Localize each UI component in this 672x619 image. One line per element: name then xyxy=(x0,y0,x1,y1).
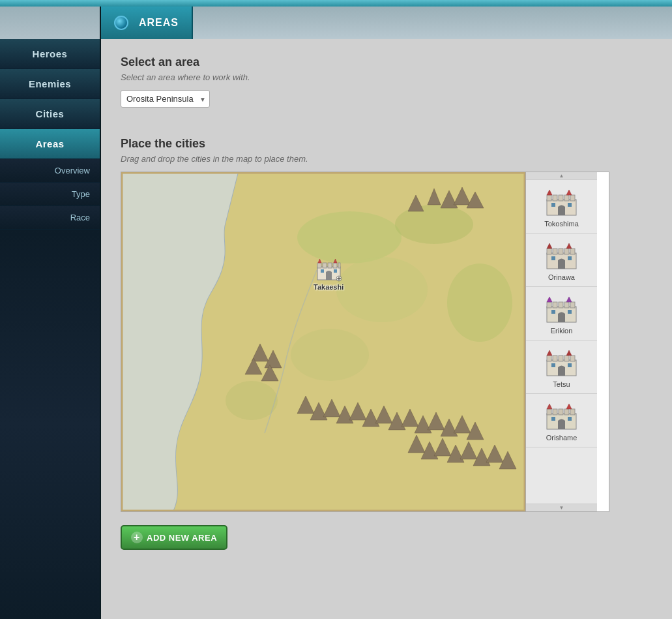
select-area-section: Select an area Select an area where to w… xyxy=(121,55,652,124)
scroll-down-indicator[interactable]: ▼ xyxy=(526,504,597,511)
svg-marker-59 xyxy=(566,190,572,195)
svg-rect-96 xyxy=(564,409,569,415)
list-item-erikion[interactable]: Erikion xyxy=(526,287,597,340)
svg-rect-67 xyxy=(570,249,575,254)
add-area-button[interactable]: + ADD NEW AREA xyxy=(121,525,227,550)
svg-rect-75 xyxy=(559,302,563,308)
svg-rect-76 xyxy=(564,302,569,308)
sidebar-item-heroes[interactable]: Heroes xyxy=(0,39,100,69)
svg-rect-70 xyxy=(551,256,555,260)
areas-tab[interactable]: AREAS xyxy=(101,7,193,39)
sidebar-item-areas[interactable]: Areas xyxy=(0,129,100,159)
svg-point-4 xyxy=(336,257,428,322)
svg-rect-101 xyxy=(568,417,572,421)
svg-rect-86 xyxy=(564,355,569,361)
svg-rect-57 xyxy=(570,195,575,201)
sidebar: Heroes Enemies Cities Areas Overview Typ… xyxy=(0,7,101,619)
sidebar-item-enemies[interactable]: Enemies xyxy=(0,69,100,99)
svg-rect-71 xyxy=(568,256,572,260)
svg-rect-40 xyxy=(317,263,321,268)
orishame-thumb xyxy=(544,399,579,432)
svg-rect-80 xyxy=(551,310,555,314)
svg-marker-89 xyxy=(566,350,572,355)
svg-rect-42 xyxy=(328,263,332,268)
svg-marker-46 xyxy=(334,259,337,263)
erikion-thumb xyxy=(544,292,579,325)
scroll-up-indicator[interactable]: ▲ xyxy=(526,172,597,180)
svg-rect-47 xyxy=(321,269,324,273)
list-item-tokoshima[interactable]: Tokoshima xyxy=(526,180,597,234)
svg-marker-88 xyxy=(547,350,552,355)
svg-rect-73 xyxy=(547,302,551,308)
orinawa-label: Orinawa xyxy=(548,273,575,281)
svg-point-6 xyxy=(226,381,278,420)
takaeshi-icon xyxy=(314,254,343,283)
map-area[interactable]: Takaeshi xyxy=(121,172,525,511)
svg-rect-94 xyxy=(553,409,557,415)
select-area-title: Select an area xyxy=(121,55,652,69)
svg-marker-69 xyxy=(566,243,572,249)
globe-icon xyxy=(114,16,128,30)
erikion-label: Erikion xyxy=(551,327,573,335)
tetsu-label: Tetsu xyxy=(553,380,570,388)
svg-rect-83 xyxy=(547,355,551,361)
list-item-tetsu[interactable]: Tetsu xyxy=(526,340,597,394)
sidebar-subitem-type[interactable]: Type xyxy=(0,183,100,206)
tokoshima-thumb xyxy=(544,185,579,218)
svg-rect-43 xyxy=(333,263,337,268)
svg-rect-100 xyxy=(551,417,555,421)
place-cities-section: Place the cities Drag and drop the citie… xyxy=(121,137,652,550)
content-area: Select an area Select an area where to w… xyxy=(101,39,672,619)
svg-rect-48 xyxy=(334,269,337,273)
svg-point-3 xyxy=(447,264,512,342)
svg-rect-81 xyxy=(568,310,572,314)
svg-marker-99 xyxy=(566,404,572,409)
svg-rect-61 xyxy=(568,203,572,207)
svg-rect-65 xyxy=(559,249,563,254)
orinawa-thumb xyxy=(544,239,579,271)
svg-rect-55 xyxy=(559,195,563,201)
list-item-orinawa[interactable]: Orinawa xyxy=(526,234,597,287)
map-container: Takaeshi ▲ xyxy=(121,172,609,512)
svg-marker-45 xyxy=(318,259,321,263)
place-cities-subtitle: Drag and drop the cities in the map to p… xyxy=(121,154,652,164)
placed-city-takaeshi[interactable]: Takaeshi xyxy=(314,254,343,291)
svg-rect-56 xyxy=(564,195,569,201)
area-select-wrapper[interactable]: Orosita Peninsula xyxy=(121,90,210,108)
add-area-label: ADD NEW AREA xyxy=(147,533,217,543)
select-area-subtitle: Select an area where to work with. xyxy=(121,72,652,82)
svg-rect-95 xyxy=(559,409,563,415)
tokoshima-label: Tokoshima xyxy=(544,220,579,228)
areas-tab-label: AREAS xyxy=(139,17,179,29)
city-list: ▲ xyxy=(525,172,597,511)
place-cities-title: Place the cities xyxy=(121,137,652,151)
svg-rect-64 xyxy=(553,249,557,254)
svg-rect-63 xyxy=(547,249,551,254)
svg-rect-53 xyxy=(547,195,551,201)
svg-rect-74 xyxy=(553,302,557,308)
svg-marker-98 xyxy=(547,404,552,409)
svg-rect-44 xyxy=(338,263,340,268)
tetsu-thumb xyxy=(544,346,579,378)
sidebar-subitem-overview[interactable]: Overview xyxy=(0,159,100,183)
svg-rect-87 xyxy=(570,355,575,361)
svg-marker-58 xyxy=(547,190,552,195)
list-item-orishame[interactable]: Orishame xyxy=(526,394,597,447)
svg-rect-41 xyxy=(323,263,327,268)
svg-marker-78 xyxy=(547,297,552,302)
svg-rect-77 xyxy=(570,302,575,308)
takaeshi-name: Takaeshi xyxy=(314,283,343,291)
area-select[interactable]: Orosita Peninsula xyxy=(121,90,210,108)
svg-rect-93 xyxy=(547,409,551,415)
svg-rect-84 xyxy=(553,355,557,361)
svg-rect-54 xyxy=(553,195,557,201)
svg-marker-79 xyxy=(566,297,572,302)
orishame-label: Orishame xyxy=(546,434,577,442)
sidebar-subitem-race[interactable]: Race xyxy=(0,206,100,230)
svg-rect-97 xyxy=(570,409,575,415)
svg-point-5 xyxy=(291,329,369,381)
sidebar-item-cities[interactable]: Cities xyxy=(0,99,100,129)
add-icon: + xyxy=(131,532,143,543)
svg-rect-66 xyxy=(564,249,569,254)
svg-rect-90 xyxy=(551,363,555,367)
